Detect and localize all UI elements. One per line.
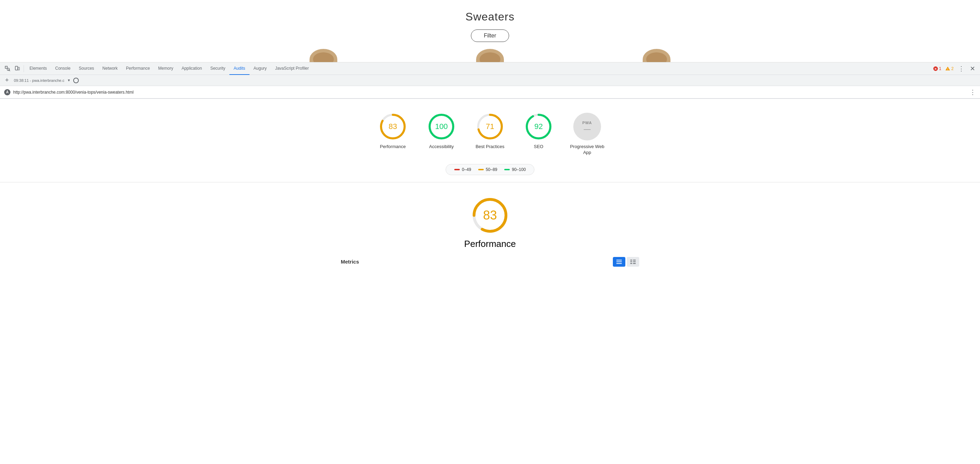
- score-circle-seo: 92: [525, 113, 552, 140]
- accessibility-score-value: 100: [435, 122, 448, 131]
- session-label: 09:38:11 - pwa.interbranche.c: [14, 78, 65, 83]
- tab-separator: [24, 65, 24, 72]
- avatar-1: [310, 49, 337, 62]
- tab-performance[interactable]: Performance: [122, 62, 154, 75]
- svg-rect-22: [630, 262, 632, 262]
- session-dropdown-arrow[interactable]: ▼: [67, 78, 71, 82]
- legend-item-green: 90–100: [504, 167, 526, 172]
- page-url: http://pwa.interbranche.com:8000/venia-t…: [13, 90, 134, 95]
- legend-item-red: 0–49: [454, 167, 471, 172]
- svg-rect-3: [18, 67, 19, 70]
- tab-audits[interactable]: Audits: [229, 62, 249, 75]
- legend-range-red: 0–49: [462, 167, 471, 172]
- view-detail-button[interactable]: [627, 257, 639, 267]
- metrics-view-toggle: [613, 257, 639, 267]
- device-toolbar-icon[interactable]: [13, 64, 22, 73]
- score-item-pwa: PWA — Progressive Web App: [570, 113, 605, 156]
- svg-rect-18: [616, 262, 622, 262]
- score-item-best-practices: 71 Best Practices: [473, 113, 508, 150]
- svg-rect-20: [630, 260, 632, 261]
- legend-dot-green: [504, 169, 510, 170]
- tab-memory[interactable]: Memory: [154, 62, 177, 75]
- pwa-score-label: Progressive Web App: [570, 144, 605, 156]
- tab-augury[interactable]: Augury: [250, 62, 271, 75]
- performance-score-label: Performance: [380, 144, 406, 150]
- url-bar: A http://pwa.interbranche.com:8000/venia…: [0, 86, 980, 99]
- performance-detail-circle: 83: [471, 196, 509, 234]
- seo-score-value: 92: [535, 122, 543, 131]
- score-circles-row: 83 Performance 100 Accessibility: [375, 113, 605, 156]
- performance-detail-section: 83 Performance Metrics: [0, 183, 980, 273]
- score-legend: 0–49 50–89 90–100: [445, 164, 535, 175]
- performance-detail-title: Performance: [464, 238, 516, 249]
- tab-application[interactable]: Application: [177, 62, 206, 75]
- session-bar: + 09:38:11 - pwa.interbranche.c ▼: [0, 75, 980, 86]
- record-button[interactable]: [73, 78, 79, 83]
- audits-panel: 83 Performance 100 Accessibility: [0, 99, 980, 182]
- svg-rect-19: [616, 263, 622, 264]
- close-devtools-button[interactable]: ✕: [967, 64, 977, 73]
- scores-section: 83 Performance 100 Accessibility: [7, 113, 973, 175]
- tab-security[interactable]: Security: [206, 62, 229, 75]
- view-list-button[interactable]: [613, 257, 625, 267]
- best-practices-score-value: 71: [486, 122, 494, 131]
- score-item-accessibility: 100 Accessibility: [424, 113, 459, 150]
- svg-rect-21: [633, 260, 636, 261]
- score-circle-performance: 83: [379, 113, 407, 140]
- pwa-circle: PWA —: [573, 113, 601, 140]
- svg-rect-24: [630, 263, 632, 264]
- performance-detail-score-value: 83: [483, 208, 497, 222]
- legend-range-orange: 50–89: [486, 167, 497, 172]
- score-item-performance: 83 Performance: [375, 113, 410, 150]
- metrics-label: Metrics: [341, 259, 359, 265]
- devtools-tabs-bar: Elements Console Sources Network Perform…: [0, 62, 980, 75]
- score-circle-accessibility: 100: [428, 113, 455, 140]
- svg-rect-17: [616, 260, 622, 261]
- accessibility-score-label: Accessibility: [429, 144, 454, 150]
- legend-dot-red: [454, 169, 460, 170]
- tab-console[interactable]: Console: [51, 62, 75, 75]
- svg-text:!: !: [947, 68, 948, 71]
- performance-score-value: 83: [389, 122, 397, 131]
- avatar-row: [0, 49, 980, 62]
- error-count: 1: [939, 66, 942, 71]
- more-options-button[interactable]: ⋮: [956, 64, 966, 73]
- error-badge: ✕ 1: [932, 66, 943, 71]
- avatar-3: [643, 49, 670, 62]
- best-practices-score-label: Best Practices: [476, 144, 504, 150]
- metrics-row: Metrics: [334, 257, 646, 267]
- pwa-icon-text: PWA: [582, 121, 592, 125]
- devtools-chrome: Elements Console Sources Network Perform…: [0, 62, 980, 99]
- svg-rect-0: [5, 66, 7, 68]
- warning-count: 2: [951, 66, 954, 71]
- add-session-button[interactable]: +: [3, 76, 11, 84]
- pwa-dash: —: [584, 126, 591, 132]
- tab-elements[interactable]: Elements: [25, 62, 51, 75]
- legend-item-orange: 50–89: [478, 167, 497, 172]
- svg-rect-25: [633, 263, 636, 264]
- score-item-seo: 92 SEO: [521, 113, 556, 150]
- legend-dot-orange: [478, 169, 484, 170]
- tab-javascript-profiler[interactable]: JavaScript Profiler: [271, 62, 313, 75]
- devtools-right-controls: ✕ 1 ! 2 ⋮ ✕: [932, 64, 977, 73]
- seo-score-label: SEO: [534, 144, 543, 150]
- warning-badge: ! 2: [944, 66, 955, 71]
- svg-rect-23: [633, 262, 636, 262]
- tab-sources[interactable]: Sources: [75, 62, 98, 75]
- inspect-element-icon[interactable]: [3, 64, 13, 73]
- tab-network[interactable]: Network: [98, 62, 122, 75]
- avatar-2: [476, 49, 504, 62]
- favicon-icon: A: [4, 89, 10, 95]
- legend-range-green: 90–100: [512, 167, 526, 172]
- svg-text:✕: ✕: [934, 67, 937, 71]
- url-more-button[interactable]: ⋮: [970, 89, 976, 96]
- svg-rect-2: [15, 66, 18, 70]
- website-title: Sweaters: [0, 10, 980, 23]
- score-circle-best-practices: 71: [476, 113, 504, 140]
- filter-button[interactable]: Filter: [471, 30, 509, 42]
- website-preview: Sweaters Filter: [0, 0, 980, 62]
